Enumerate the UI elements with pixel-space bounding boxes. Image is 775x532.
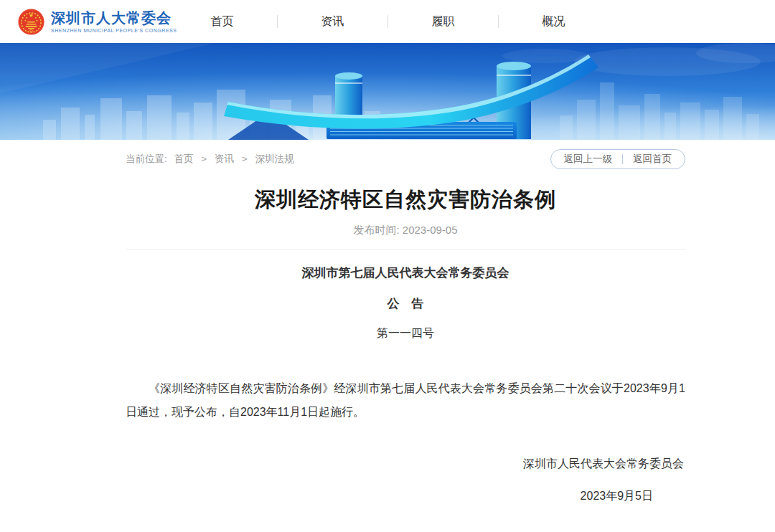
breadcrumb-item-current: 深圳法规 — [255, 153, 293, 164]
title-divider — [126, 249, 685, 250]
breadcrumb-row: 当前位置: 首页 > 资讯 > 深圳法规 返回上一级 返回首页 — [126, 149, 685, 169]
announcement-heading: 公 告 — [126, 297, 685, 311]
site-name-en: SHENZHEN MUNICIPAL PEOPLE'S CONGRESS — [51, 28, 177, 33]
back-home-button[interactable]: 返回首页 — [633, 153, 672, 166]
national-emblem-icon: ★ ★ ★ ★ ★ — [18, 9, 44, 35]
nav-item-duty[interactable]: 履职 — [388, 14, 498, 29]
article-container: 当前位置: 首页 > 资讯 > 深圳法规 返回上一级 返回首页 深圳经济特区自然… — [126, 149, 685, 504]
breadcrumb-separator: > — [201, 153, 207, 164]
publish-date: 发布时间: 2023-09-05 — [126, 224, 685, 237]
article-body: 《深圳经济特区自然灾害防治条例》经深圳市第七届人民代表大会常务委员会第二十次会议… — [126, 376, 685, 424]
nav-item-overview[interactable]: 概况 — [499, 14, 609, 29]
svg-text:★: ★ — [29, 11, 34, 18]
pill-divider — [622, 154, 623, 164]
nav-item-news[interactable]: 资讯 — [278, 14, 388, 29]
signature-org: 深圳市人民代表大会常务委员会 — [126, 457, 685, 472]
main-nav: 首页 资讯 履职 概况 — [167, 0, 609, 43]
breadcrumb-separator: > — [242, 153, 248, 164]
back-parent-button[interactable]: 返回上一级 — [564, 153, 613, 166]
issuing-org: 深圳市第七届人民代表大会常务委员会 — [126, 266, 685, 280]
signature-date: 2023年9月5日 — [126, 489, 685, 504]
nav-item-home[interactable]: 首页 — [167, 14, 277, 29]
breadcrumb-item-news[interactable]: 资讯 — [215, 153, 234, 164]
breadcrumb-label: 当前位置: — [126, 153, 167, 164]
article-title: 深圳经济特区自然灾害防治条例 — [126, 187, 685, 212]
document-number: 第一一四号 — [126, 326, 685, 341]
breadcrumb: 当前位置: 首页 > 资讯 > 深圳法规 — [126, 153, 293, 166]
breadcrumb-item-home[interactable]: 首页 — [174, 153, 194, 164]
site-title-block: 深圳市人大常委会 SHENZHEN MUNICIPAL PEOPLE'S CON… — [51, 10, 177, 33]
site-logo[interactable]: ★ ★ ★ ★ ★ 深圳市人大常委会 SHENZHEN MUNICIPAL PE… — [18, 9, 177, 35]
banner-illustration — [0, 43, 775, 140]
site-name: 深圳市人大常委会 — [51, 10, 177, 26]
site-header: ★ ★ ★ ★ ★ 深圳市人大常委会 SHENZHEN MUNICIPAL PE… — [0, 0, 775, 43]
back-button-group: 返回上一级 返回首页 — [550, 149, 686, 169]
